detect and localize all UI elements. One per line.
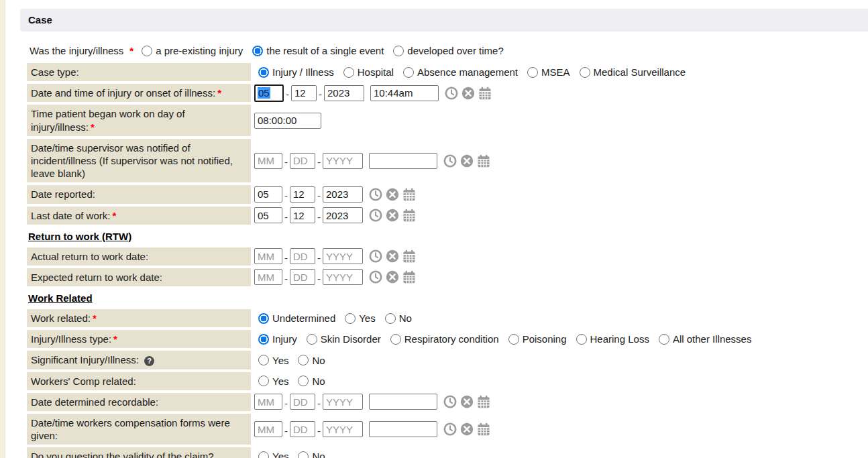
radio-undetermined[interactable]: Undetermined [258,312,335,324]
supervisor-month-input[interactable] [254,153,282,169]
reported-year-input[interactable] [323,186,363,203]
lastwork-day-input[interactable] [290,207,315,223]
radio-injury-illness[interactable]: Injury / Illness [258,66,334,78]
radio-icon[interactable] [142,46,152,56]
calendar-icon[interactable] [402,249,416,263]
wc-forms-month-input[interactable] [254,421,282,437]
injury-year-input[interactable] [324,85,364,101]
radio-all-other-illnesses[interactable]: All other Illnesses [659,333,752,345]
clock-icon[interactable] [445,87,458,100]
reported-day-input[interactable] [290,186,315,203]
radio-icon[interactable] [576,334,587,345]
calendar-icon[interactable] [477,154,490,168]
actual-rtw-day-input[interactable] [290,248,315,264]
clock-icon[interactable] [369,249,382,263]
radio-respiratory-condition[interactable]: Respiratory condition [390,333,499,345]
radio-icon[interactable] [508,334,519,345]
radio-injury[interactable]: Injury [258,333,297,345]
radio-icon[interactable] [527,67,538,78]
clear-icon[interactable] [460,395,474,408]
clock-icon[interactable] [369,209,382,222]
clock-icon[interactable] [443,154,457,168]
wc-forms-time-input[interactable] [369,421,437,437]
calendar-icon[interactable] [477,395,490,408]
clear-icon[interactable] [386,209,399,222]
injury-time-input[interactable] [370,85,439,101]
radio-icon[interactable] [659,334,669,345]
radio-significant-yes[interactable]: Yes [258,355,288,366]
clear-icon[interactable] [386,188,399,201]
radio-icon[interactable] [298,376,309,386]
radio-icon-checked[interactable] [252,46,263,56]
clear-icon[interactable] [462,87,475,100]
radio-work-related-yes[interactable]: Yes [345,312,375,324]
calendar-icon[interactable] [402,270,416,284]
radio-skin-disorder[interactable]: Skin Disorder [307,333,381,345]
clear-icon[interactable] [386,270,399,284]
clock-icon[interactable] [443,395,457,408]
recordable-month-input[interactable] [254,394,282,410]
lastwork-month-input[interactable] [254,207,282,223]
radio-absence-management[interactable]: Absence management [403,66,518,78]
recordable-time-input[interactable] [369,394,437,410]
radio-icon-checked[interactable] [258,334,269,345]
radio-hearing-loss[interactable]: Hearing Loss [576,333,649,345]
radio-icon[interactable] [580,67,590,78]
radio-result-of-single-event[interactable]: the result of a single event [252,45,384,56]
help-icon[interactable]: ? [144,356,154,366]
expected-rtw-month-input[interactable] [254,269,282,285]
clear-icon[interactable] [386,249,399,263]
supervisor-time-input[interactable] [369,153,437,169]
radio-workers-comp-yes[interactable]: Yes [258,376,288,387]
supervisor-year-input[interactable] [323,153,363,169]
radio-pre-existing-injury[interactable]: a pre-existing injury [142,45,243,56]
wc-forms-year-input[interactable] [323,421,363,437]
radio-workers-comp-no[interactable]: No [298,376,325,387]
radio-significant-no[interactable]: No [298,355,325,366]
radio-icon[interactable] [258,451,269,458]
radio-icon[interactable] [385,313,396,324]
clear-icon[interactable] [460,422,474,436]
radio-medical-surveillance[interactable]: Medical Surveillance [580,66,686,78]
radio-validity-no[interactable]: No [298,451,325,458]
recordable-day-input[interactable] [290,394,315,410]
calendar-icon[interactable] [402,188,416,201]
radio-developed-over-time[interactable]: developed over time? [393,45,503,56]
radio-work-related-no[interactable]: No [385,312,412,324]
clock-icon[interactable] [369,270,382,284]
radio-poisoning[interactable]: Poisoning [508,333,567,345]
radio-icon[interactable] [393,46,404,56]
radio-icon-checked[interactable] [258,67,269,78]
calendar-icon[interactable] [478,87,492,100]
calendar-icon[interactable] [477,422,490,436]
supervisor-day-input[interactable] [290,153,315,169]
radio-hospital[interactable]: Hospital [343,66,394,78]
clear-icon[interactable] [460,154,474,168]
injury-day-input[interactable] [291,85,317,101]
radio-icon[interactable] [298,451,309,458]
wc-forms-day-input[interactable] [290,421,315,437]
radio-icon[interactable] [258,376,269,386]
clock-icon[interactable] [443,422,457,436]
radio-icon[interactable] [343,67,354,78]
calendar-icon[interactable] [402,209,416,222]
lastwork-year-input[interactable] [323,207,363,223]
reported-month-input[interactable] [254,186,282,203]
actual-rtw-month-input[interactable] [254,248,282,264]
actual-rtw-year-input[interactable] [323,248,363,264]
expected-rtw-year-input[interactable] [323,269,363,285]
radio-icon[interactable] [345,313,356,324]
recordable-year-input[interactable] [323,394,363,410]
radio-icon[interactable] [307,334,317,345]
radio-icon[interactable] [390,334,401,345]
radio-validity-yes[interactable]: Yes [258,451,288,458]
radio-icon[interactable] [403,67,414,78]
radio-icon-checked[interactable] [258,313,269,324]
clock-icon[interactable] [369,188,382,201]
expected-rtw-day-input[interactable] [290,269,315,285]
radio-icon[interactable] [258,355,269,365]
injury-month-input[interactable]: 05 [254,84,284,102]
radio-icon[interactable] [298,355,309,365]
time-began-input[interactable] [254,113,321,129]
radio-msea[interactable]: MSEA [527,66,570,78]
